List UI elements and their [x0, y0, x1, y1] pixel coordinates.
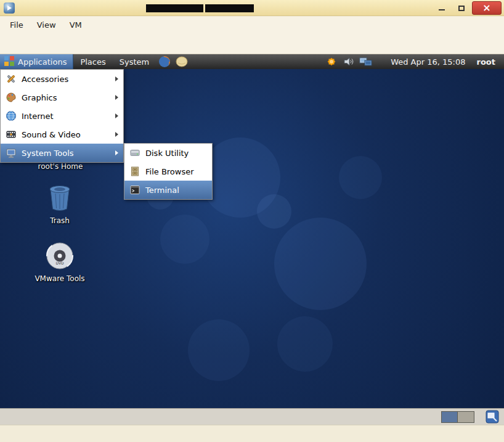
- show-desktop-icon[interactable]: [486, 410, 499, 424]
- sound-video-icon: [6, 129, 17, 140]
- terminal-icon: [129, 184, 140, 195]
- network-icon[interactable]: [359, 55, 373, 68]
- trash-icon: [46, 182, 73, 215]
- system-menu[interactable]: System: [113, 57, 156, 67]
- graphics-icon: [6, 92, 17, 103]
- menu-item-accessories[interactable]: Accessories: [1, 70, 123, 88]
- accessories-icon: [6, 73, 17, 84]
- menu-file[interactable]: File: [10, 20, 23, 30]
- applications-icon: [4, 55, 15, 68]
- clock[interactable]: Wed Apr 16, 15:08: [391, 57, 465, 67]
- alert-starburst-icon[interactable]: [325, 55, 338, 68]
- workspace-2[interactable]: [458, 412, 474, 422]
- toolbar: [0, 33, 504, 54]
- file-browser-icon: [129, 166, 140, 177]
- disk-utility-icon: [129, 147, 140, 158]
- menu-item-internet[interactable]: Internet: [1, 107, 123, 125]
- desktop-icon-label: Trash: [50, 216, 70, 225]
- vmware-logo-icon: [4, 2, 15, 14]
- minimize-button[interactable]: [433, 2, 450, 14]
- titlebar[interactable]: ×: [0, 0, 504, 16]
- desktop-icon-label: VMware Tools: [35, 274, 84, 283]
- menu-item-sound-video[interactable]: Sound & Video: [1, 125, 123, 144]
- close-button[interactable]: ×: [472, 1, 502, 15]
- submenu-arrow-icon: [115, 113, 118, 118]
- dvd-disc-icon: DVD: [46, 242, 74, 272]
- firefox-icon[interactable]: [158, 55, 171, 68]
- dvd-label: DVD: [55, 261, 64, 265]
- desktop-icon-label: root's Home: [38, 162, 83, 171]
- system-tools-icon: [6, 147, 17, 158]
- system-tools-submenu: Disk Utility File Browser: [124, 143, 213, 200]
- menu-item-graphics[interactable]: Graphics: [1, 88, 123, 107]
- workspace-1[interactable]: [442, 412, 458, 422]
- vm-display: root's Home Trash DVD VMware Tools: [0, 54, 504, 425]
- launcher-icon[interactable]: [175, 55, 189, 68]
- user-label: root: [477, 57, 496, 67]
- volume-icon[interactable]: [342, 55, 356, 68]
- applications-label: Applications: [18, 57, 67, 67]
- internet-icon: [6, 110, 17, 121]
- window-title-redacted: [146, 4, 203, 12]
- gnome-bottom-panel: [0, 408, 504, 425]
- submenu-arrow-icon: [115, 150, 118, 155]
- submenu-item-file-browser[interactable]: File Browser: [124, 162, 212, 181]
- submenu-arrow-icon: [115, 95, 118, 100]
- desktop-icon-vmware-tools[interactable]: DVD VMware Tools: [23, 242, 97, 283]
- workspace-switcher: [441, 411, 474, 423]
- menu-item-system-tools[interactable]: System Tools: [1, 144, 123, 162]
- menu-vm[interactable]: VM: [70, 20, 82, 30]
- applications-menu-button[interactable]: Applications: [0, 54, 73, 69]
- submenu-arrow-icon: [115, 132, 118, 137]
- menu-view[interactable]: View: [37, 20, 56, 30]
- gnome-top-panel: Applications Places System: [0, 54, 504, 69]
- places-menu[interactable]: Places: [73, 57, 112, 67]
- applications-dropdown: Accessories Graphics: [0, 69, 124, 163]
- maximize-button[interactable]: [453, 2, 470, 14]
- window-status-bar: [0, 425, 504, 442]
- desktop-icon-trash[interactable]: Trash: [29, 182, 91, 225]
- window-title-redacted: [205, 4, 254, 12]
- menubar: File View VM: [0, 17, 504, 33]
- submenu-item-disk-utility[interactable]: Disk Utility: [124, 144, 212, 162]
- submenu-arrow-icon: [115, 76, 118, 81]
- submenu-item-terminal[interactable]: Terminal: [124, 181, 212, 199]
